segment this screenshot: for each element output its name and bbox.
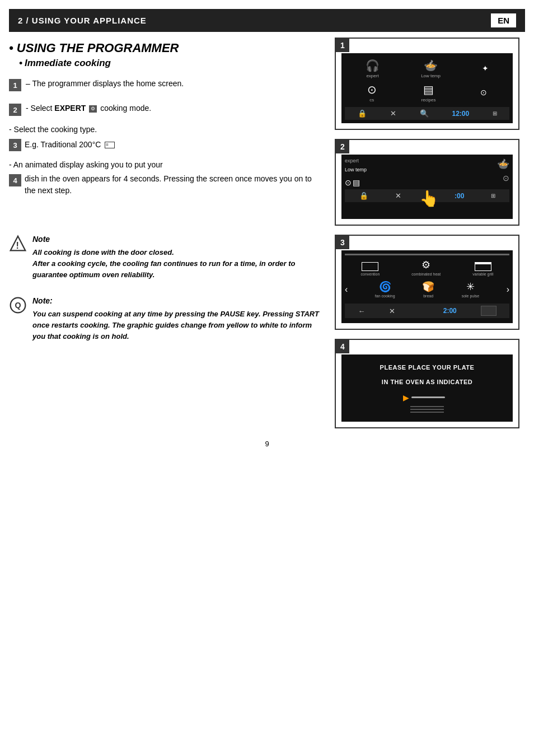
step-1-badge: 1 [9, 79, 21, 91]
screen1-recipes-icon: ▤ [423, 83, 434, 96]
screen1-icons-row: 🎧 expert 🍲 Low temp ✦ [345, 57, 509, 81]
warning-triangle-icon: ! [9, 235, 27, 253]
screen1-recipes-item: ▤ recipes [421, 83, 436, 102]
panel-num-3: 3 [336, 236, 349, 249]
note-2-block: Q Note: You can suspend cooking at any t… [9, 295, 324, 342]
screen1-recipes-label: recipes [421, 97, 436, 102]
screen2-left: expert Low temp ⊙ ▤ [345, 158, 367, 187]
screen3-back-icon: ← [358, 307, 365, 315]
screen-panel-2: 2 expert Low temp ⊙ ▤ 🍲 [335, 139, 519, 226]
screen3-solepulse-item: ✳ sole pulse [462, 281, 480, 298]
main-content: USING THE PROGRAMMER Immediate cooking 1… [0, 32, 534, 434]
screen3-time: 2:00 [443, 307, 457, 315]
screen4-shelf-line [411, 396, 445, 398]
sub-heading: Immediate cooking [19, 58, 324, 69]
screen-inner-1: 🎧 expert 🍲 Low temp ✦ ⊙ [341, 53, 513, 123]
panel-num-1: 1 [336, 39, 349, 52]
screen4-text1: PLEASE PLACE YOUR PLATE [380, 364, 475, 371]
screen3-right-arrow: › [507, 284, 509, 295]
screen3-combheat-icon: ⚙ [421, 259, 430, 271]
screen3-bottom-bar: ← ✕ 2:00 [345, 304, 509, 318]
screen3-bread-label: bread [423, 294, 433, 298]
screen1-cs-label: cs [369, 97, 374, 102]
screen1-lowtemp-icon: 🍲 [424, 59, 438, 72]
screen3-vargrill-icon [475, 262, 491, 271]
step-2-block: 2 - Select EXPERT ⚙ cooking mode. [9, 102, 324, 116]
screen1-expert-item: 🎧 expert [366, 59, 380, 78]
step-1-text: – The programmer displays the home scree… [26, 78, 184, 90]
screen3-bread-item: 🍞 bread [422, 281, 434, 298]
note-circle-icon: Q [9, 296, 27, 314]
screen1-time: 12:00 [452, 110, 470, 118]
step-3-text: E.g. Traditional 200°C [25, 139, 115, 151]
screen1-cs-icon: ⊙ [367, 83, 377, 96]
screen1-settings-item: ⊙ [480, 88, 487, 98]
lang-badge: EN [491, 13, 516, 27]
screen2-icons-row: ⊙ ▤ [345, 178, 367, 187]
screen-inner-2: expert Low temp ⊙ ▤ 🍲 ⊙ 👆 [341, 155, 513, 219]
screen1-search-icon: 🔍 [420, 109, 429, 118]
screen3-top-row: convention ⚙ combinated heat variable gr… [345, 258, 509, 277]
screen1-lowtemp-item: 🍲 Low temp [421, 59, 441, 78]
step-3-block: - Select the cooking type. 3 E.g. Tradit… [9, 124, 324, 151]
screen3-solepulse-icon: ✳ [466, 281, 475, 293]
screen2-time: :00 [455, 192, 464, 200]
screen1-cs-item: ⊙ cs [367, 83, 377, 102]
screen1-extra-icon: ✦ [482, 64, 489, 73]
step-2-text: - Select EXPERT ⚙ cooking mode. [26, 102, 151, 114]
screen3-fancook-label: fan cooking [375, 294, 395, 298]
screen2-circle-icon: ⊙ [503, 174, 509, 183]
screen1-lock-icon: 🔒 [358, 109, 367, 118]
screen3-x-icon: ✕ [389, 307, 395, 315]
main-heading: USING THE PROGRAMMER [9, 41, 324, 55]
screen1-expert-icon: 🎧 [366, 59, 380, 72]
header-bar: 2 / USING YOUR APPLIANCE EN [9, 9, 525, 32]
note-1-title: Note [32, 234, 324, 246]
screen-panel-3: 3 convention ⚙ combinated heat variab [335, 235, 519, 330]
screen2-cs-icon: ⊙ [345, 178, 352, 187]
screen2-lock-icon: 🔒 [359, 192, 368, 200]
note-1-block: ! Note All cooking is done with the door… [9, 234, 324, 281]
screen3-bread-icon: 🍞 [422, 281, 434, 293]
screen3-vargrill-item: variable grill [472, 262, 493, 276]
screen4-oven-graphic: ▶ [403, 393, 452, 413]
screen1-icons-row2: ⊙ cs ▤ recipes ⊙ [345, 81, 509, 105]
screen-inner-3: convention ⚙ combinated heat variable gr… [341, 250, 513, 323]
screen4-arrow-icon: ▶ [403, 393, 409, 402]
screen-panel-1: 1 🎧 expert 🍲 Low temp ✦ [335, 38, 519, 130]
screen2-list-icon: ▤ [353, 178, 360, 187]
screen3-fancook-icon: 🌀 [379, 281, 391, 293]
screen4-lines [410, 406, 444, 413]
step-3-badge: 3 [9, 139, 21, 151]
screen1-settings-icon: ⊙ [480, 88, 487, 97]
svg-text:!: ! [16, 241, 18, 250]
screen3-mid-row: ‹ 🌀 fan cooking 🍞 bread ✳ sole pulse › [345, 277, 509, 301]
screen1-grid-icon: ⊞ [493, 110, 496, 116]
left-column: USING THE PROGRAMMER Immediate cooking 1… [9, 38, 324, 428]
step-1-block: 1 – The programmer displays the home scr… [9, 78, 324, 91]
step-4-text: dish in the oven appears for 4 seconds. … [25, 173, 324, 197]
panel-num-2: 2 [336, 140, 349, 153]
expert-icon: ⚙ [89, 105, 97, 113]
screen3-combheat-item: ⚙ combinated heat [411, 259, 441, 276]
panel-num-4: 4 [336, 340, 349, 353]
section-title: 2 / USING YOUR APPLIANCE [18, 16, 147, 25]
screen3-fancook-item: 🌀 fan cooking [375, 281, 395, 298]
step-2-badge: 2 [9, 104, 21, 116]
screen2-right: 🍲 ⊙ [497, 158, 509, 187]
screen2-expert-label: expert [345, 158, 359, 164]
screen2-grid-icon: ⊞ [491, 193, 495, 199]
screen3-convention-icon [362, 262, 378, 271]
screen3-left-arrow: ‹ [345, 284, 348, 295]
page-number: 9 [0, 440, 534, 448]
screen2-content: expert Low temp ⊙ ▤ 🍲 ⊙ [345, 158, 509, 187]
screen1-lowtemp-label: Low temp [421, 73, 441, 78]
screen4-text2: IN THE OVEN AS INDICATED [382, 379, 472, 385]
screen-panel-4: 4 PLEASE PLACE YOUR PLATE IN THE OVEN AS… [335, 339, 519, 428]
screen3-vargrill-label: variable grill [472, 272, 493, 276]
screen1-extra-item: ✦ [482, 64, 489, 74]
screen4-line-1 [410, 406, 444, 407]
screen1-x-icon: ✕ [390, 109, 396, 118]
step-4-block: - An animated display asking you to put … [9, 159, 324, 197]
screen3-convention-item: convention [361, 262, 380, 276]
